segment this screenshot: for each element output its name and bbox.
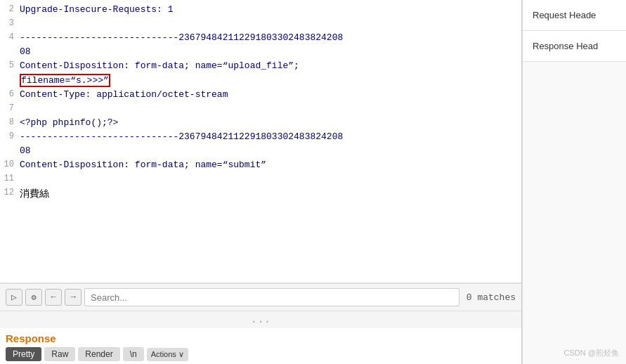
- line-number: 11: [0, 172, 20, 186]
- code-line: 10 Content-Disposition: form-data; name=…: [0, 158, 521, 172]
- line-text: -----------------------------23679484211…: [20, 31, 521, 45]
- code-line: 3: [0, 17, 521, 31]
- drag-handle[interactable]: ...: [0, 311, 521, 328]
- line-number: 6: [0, 88, 20, 101]
- line-text: 08: [20, 144, 521, 158]
- response-tabs: Pretty Raw Render \n Actions ∨: [6, 347, 516, 361]
- line-number: 8: [0, 116, 20, 129]
- code-line: 8 <?php phpinfo();?>: [0, 116, 521, 130]
- code-line: 08: [0, 45, 521, 59]
- matches-label: matches: [477, 292, 516, 303]
- line-text: Content-Disposition: form-data; name=“up…: [20, 59, 521, 73]
- matches-count: 0 matches: [462, 292, 516, 303]
- back-button[interactable]: ←: [45, 289, 62, 306]
- gear-icon: ⚙: [31, 292, 36, 303]
- line-text-filename: filename=“s.>>>”: [20, 74, 521, 88]
- code-line-filename: filename=“s.>>>”: [0, 74, 521, 88]
- code-line: 2 Upgrade-Insecure-Requests: 1: [0, 3, 521, 17]
- sidebar-item-request-header[interactable]: Request Heade: [523, 0, 626, 31]
- code-line: 08: [0, 144, 521, 158]
- code-line: 5 Content-Disposition: form-data; name=“…: [0, 59, 521, 73]
- line-number: 12: [0, 186, 20, 200]
- line-number: 2: [0, 3, 20, 16]
- tab-pretty[interactable]: Pretty: [6, 347, 41, 361]
- tab-render[interactable]: Render: [78, 347, 119, 361]
- code-line: 11: [0, 172, 521, 186]
- line-number: 10: [0, 158, 20, 171]
- line-text: -----------------------------23679484211…: [20, 130, 521, 144]
- gear-button[interactable]: ⚙: [25, 289, 42, 306]
- search-input[interactable]: [84, 288, 459, 306]
- matches-number: 0: [467, 292, 472, 303]
- watermark: CSDN @煎烃鱼: [564, 348, 619, 358]
- line-text: <?php phpinfo();?>: [20, 116, 521, 130]
- forward-button[interactable]: →: [65, 289, 81, 306]
- line-number: 7: [0, 102, 20, 115]
- line-text: Content-Type: application/octet-stream: [20, 88, 521, 102]
- line-text: Upgrade-Insecure-Requests: 1: [20, 3, 521, 17]
- right-sidebar: Request Heade Response Head: [522, 0, 626, 364]
- line-text: 08: [20, 45, 521, 59]
- right-arrow-icon: →: [70, 292, 75, 302]
- tab-actions[interactable]: Actions ∨: [147, 348, 188, 361]
- line-number: 5: [0, 59, 20, 72]
- sidebar-item-response-header[interactable]: Response Head: [523, 31, 626, 62]
- left-arrow-icon: ←: [51, 292, 56, 302]
- line-number: 3: [0, 17, 20, 30]
- chinese-text: 消費絲: [20, 186, 521, 202]
- code-line-chinese: 12 消費絲: [0, 186, 521, 202]
- code-line: 6 Content-Type: application/octet-stream: [0, 88, 521, 102]
- code-line: 9 -----------------------------236794842…: [0, 130, 521, 144]
- tab-raw[interactable]: Raw: [44, 347, 75, 361]
- line-number: 4: [0, 31, 20, 44]
- tab-newline[interactable]: \n: [123, 347, 144, 361]
- response-title: Response: [6, 332, 516, 344]
- code-line: 7: [0, 102, 521, 116]
- line-text: Content-Disposition: form-data; name=“su…: [20, 158, 521, 172]
- main-content: 2 Upgrade-Insecure-Requests: 1 3 4 -----…: [0, 0, 522, 364]
- search-icon: ▷: [11, 292, 17, 303]
- code-area: 2 Upgrade-Insecure-Requests: 1 3 4 -----…: [0, 0, 521, 283]
- filename-highlight: filename=“s.>>>”: [20, 74, 110, 87]
- response-section: Response Pretty Raw Render \n Actions ∨: [0, 328, 521, 364]
- code-line: 4 -----------------------------236794842…: [0, 31, 521, 45]
- search-bar: ▷ ⚙ ← → 0 matches: [0, 283, 521, 311]
- line-number: 9: [0, 130, 20, 143]
- search-icon-btn[interactable]: ▷: [6, 289, 22, 306]
